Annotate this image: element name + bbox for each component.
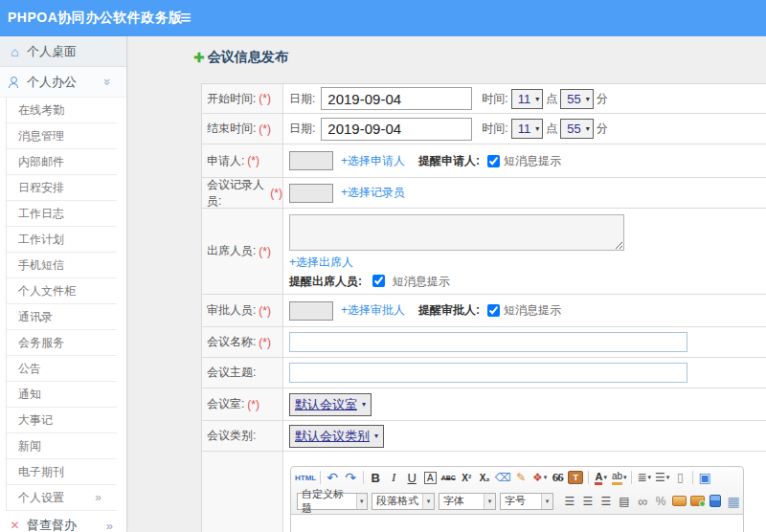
add-icon: ✚ [193, 50, 205, 65]
start-date-input[interactable] [321, 87, 472, 110]
table-icon[interactable]: ▦ [725, 492, 743, 511]
meeting-name-input[interactable] [289, 332, 687, 352]
editor-content-area[interactable] [290, 515, 744, 532]
paint-format-icon[interactable]: ❖▾ [530, 468, 549, 487]
superscript-icon[interactable]: X² [458, 468, 476, 487]
attendees-sms-checkbox[interactable] [372, 275, 385, 287]
font-family-select[interactable]: 字体▾ [439, 493, 496, 510]
align-right-icon[interactable]: ☰ [597, 492, 616, 511]
strikethrough-icon[interactable]: ABC [439, 468, 458, 487]
format-brush-icon[interactable]: ✎ [512, 468, 530, 487]
redo-icon[interactable]: ↷ [342, 468, 360, 487]
sidebar-subitem[interactable]: 公告 [7, 356, 117, 382]
start-hour-select[interactable]: 11▾ [511, 89, 544, 109]
sidebar-subitem-label: 会务服务 [18, 335, 64, 351]
paste-icon[interactable]: T [567, 468, 585, 487]
recorder-input[interactable] [289, 184, 333, 203]
italic-icon[interactable]: I [385, 468, 403, 487]
media-icon[interactable] [707, 492, 725, 511]
font-color-icon[interactable]: A▾ [592, 468, 610, 487]
sidebar-subitem-label: 公告 [18, 361, 41, 377]
time-label: 时间: [482, 91, 507, 107]
main-content: ✚ 会议信息发布 开始时间:(*) 日期: 时间: 11▾ 点 55▾ 分 结束… [128, 36, 766, 532]
end-date-input[interactable] [321, 118, 472, 141]
approver-sms-checkbox[interactable] [487, 304, 500, 317]
end-minute-select[interactable]: 55▾ [560, 119, 593, 139]
rich-text-editor: HTML ↶ ↷ B I [290, 466, 744, 532]
form-row-meeting-subject: 会议主题: [202, 358, 766, 388]
sidebar-subitem[interactable]: 大事记 [7, 408, 117, 433]
link-icon[interactable]: ∞ [634, 492, 652, 511]
meeting-room-select[interactable]: 默认会议室▾ [289, 393, 372, 416]
sidebar-subitem[interactable]: 在线考勤 [7, 98, 117, 123]
sidebar-subitem[interactable]: 日程安排 [7, 175, 117, 201]
sidebar-subitem[interactable]: 电子期刊 [7, 459, 117, 485]
choose-approver-link[interactable]: +选择审批人 [341, 302, 405, 319]
sidebar-subitem[interactable]: 手机短信 [7, 253, 117, 278]
sidebar-subitem-label: 大事记 [18, 412, 53, 429]
align-center-icon[interactable]: ☰ [579, 492, 597, 511]
sidebar-subitem[interactable]: 会务服务 [7, 330, 117, 356]
applicant-input[interactable] [289, 151, 333, 170]
underline-icon[interactable]: U [403, 468, 421, 487]
sidebar-subitem[interactable]: 消息管理 [7, 123, 117, 149]
editor-toolbar-row2: 自定义标题▾ 段落格式▾ 字体▾ 字号▾ ☰ ☰ [291, 489, 743, 514]
meeting-subject-input[interactable] [289, 363, 687, 383]
choose-applicant-link[interactable]: +选择申请人 [341, 153, 405, 169]
blockquote-icon[interactable]: 66 [549, 468, 567, 487]
sidebar-subitem[interactable]: 个人设置 » [7, 485, 117, 511]
sidebar-subitem[interactable]: 内部邮件 [7, 149, 117, 175]
chevron-down-icon: ▾ [362, 400, 366, 409]
sidebar-subitem[interactable]: 工作计划 [7, 227, 117, 253]
attendees-textarea[interactable] [289, 214, 624, 251]
choose-recorder-link[interactable]: +选择记录员 [341, 185, 405, 201]
font-size-select[interactable]: 字号▾ [500, 493, 553, 510]
sidebar-subitem-label: 通讯录 [18, 309, 53, 325]
choose-attendees-link[interactable]: +选择出席人 [289, 255, 353, 271]
bold-icon[interactable]: B [367, 468, 385, 487]
subscript-icon[interactable]: X₂ [476, 468, 494, 487]
applicant-sms-checkbox[interactable] [487, 155, 500, 167]
sidebar-item-personal-office[interactable]: 个人办公 » [0, 67, 126, 98]
sidebar-subitem-label: 个人文件柜 [18, 283, 76, 299]
sidebar-subitem[interactable]: 个人文件柜 [7, 278, 117, 304]
sms-hint-label: 短消息提示 [393, 275, 450, 288]
approver-input[interactable] [289, 301, 333, 321]
required-mark: (*) [259, 336, 271, 349]
toolbar-separator [631, 471, 632, 484]
sidebar-subitem[interactable]: 通知 [7, 382, 117, 408]
ordered-list-icon[interactable]: ≣▾ [635, 468, 653, 487]
paragraph-format-select[interactable]: 段落格式▾ [372, 493, 435, 510]
image-icon[interactable] [670, 492, 688, 511]
start-minute-select[interactable]: 55▾ [560, 89, 593, 109]
sidebar-item-label: 个人桌面 [27, 43, 77, 60]
sms-hint-label: 短消息提示 [504, 153, 561, 169]
meeting-category-select[interactable]: 默认会议类别▾ [289, 425, 384, 448]
new-page-icon[interactable]: ▯ [671, 468, 689, 487]
sidebar-subitem[interactable]: 新闻 [7, 433, 117, 459]
align-left-icon[interactable]: ☰ [561, 492, 579, 511]
highlight-icon[interactable]: ab▾ [610, 468, 628, 487]
menu-icon[interactable]: ≡ [180, 7, 192, 29]
toolbar-separator [320, 471, 321, 484]
sidebar-subitem[interactable]: 工作日志 [7, 201, 117, 227]
flash-icon[interactable] [688, 492, 707, 511]
sidebar-subitem[interactable]: 通讯录 [7, 304, 117, 330]
align-justify-icon[interactable]: ▤ [616, 492, 634, 511]
sidebar-subitem-label: 手机短信 [18, 257, 64, 274]
custom-title-select[interactable]: 自定义标题▾ [297, 493, 368, 510]
page: { "colors": { "header_blue": "#4d9ef7", … [0, 0, 766, 532]
sidebar-item-personal-desktop[interactable]: ⌂ 个人桌面 [0, 36, 126, 67]
eraser-icon[interactable]: ⌫ [494, 468, 512, 487]
chevron-double-right-icon: » [106, 519, 113, 532]
end-hour-select[interactable]: 11▾ [511, 119, 544, 139]
form-row-attendees: 出席人员:(*) +选择出席人 提醒出席人员: 短消息提示 [202, 209, 766, 295]
sidebar-item-supervision[interactable]: ✕ 督查督办 » [0, 511, 126, 532]
field-label: 出席人员:(*) [202, 209, 283, 294]
undo-icon[interactable]: ↶ [324, 468, 342, 487]
unordered-list-icon[interactable]: ☰▾ [653, 468, 671, 487]
html-source-button[interactable]: HTML [295, 468, 317, 487]
anchor-icon[interactable]: % [652, 492, 670, 511]
fullscreen-icon[interactable]: ▣ [696, 468, 714, 487]
font-box-icon[interactable]: A [421, 468, 439, 487]
